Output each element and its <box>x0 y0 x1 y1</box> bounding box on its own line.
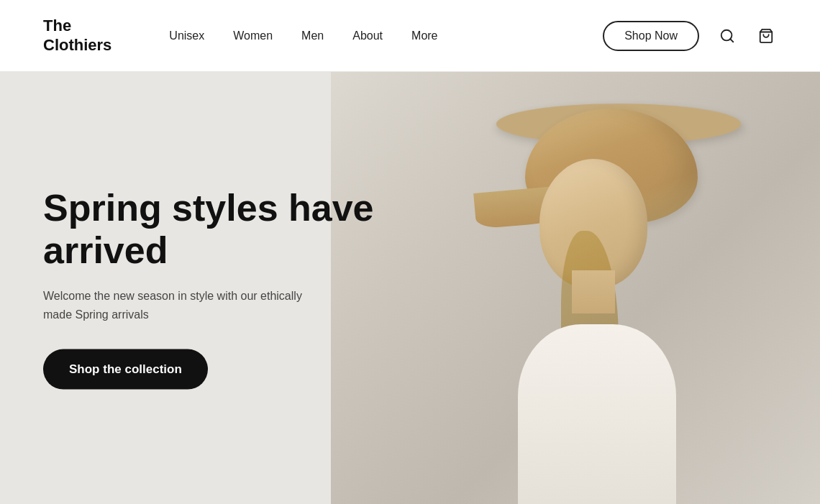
shop-now-button[interactable]: Shop Now <box>603 21 699 51</box>
header-actions: Shop Now <box>603 21 777 51</box>
main-nav: Unisex Women Men About More <box>169 29 603 42</box>
hero-image <box>331 72 820 504</box>
nav-item-men[interactable]: Men <box>301 29 324 42</box>
hero-title: Spring styles have arrived <box>43 186 388 272</box>
search-button[interactable] <box>716 25 738 47</box>
cart-icon <box>758 28 774 44</box>
person-figure <box>460 87 762 504</box>
hero-content: Spring styles have arrived Welcome the n… <box>43 186 388 390</box>
header: The Clothiers Unisex Women Men About Mor… <box>0 0 820 72</box>
svg-line-1 <box>730 39 733 42</box>
hero-section: Spring styles have arrived Welcome the n… <box>0 72 820 504</box>
shop-collection-button[interactable]: Shop the collection <box>43 349 208 390</box>
neck <box>572 270 615 313</box>
hero-subtitle: Welcome the new season in style with our… <box>43 287 316 324</box>
nav-item-more[interactable]: More <box>411 29 437 42</box>
nav-item-about[interactable]: About <box>352 29 383 42</box>
cart-button[interactable] <box>755 25 777 47</box>
search-icon <box>719 28 735 44</box>
brand-logo[interactable]: The Clothiers <box>43 17 111 55</box>
body <box>518 324 676 504</box>
nav-item-women[interactable]: Women <box>233 29 273 42</box>
nav-item-unisex[interactable]: Unisex <box>169 29 204 42</box>
